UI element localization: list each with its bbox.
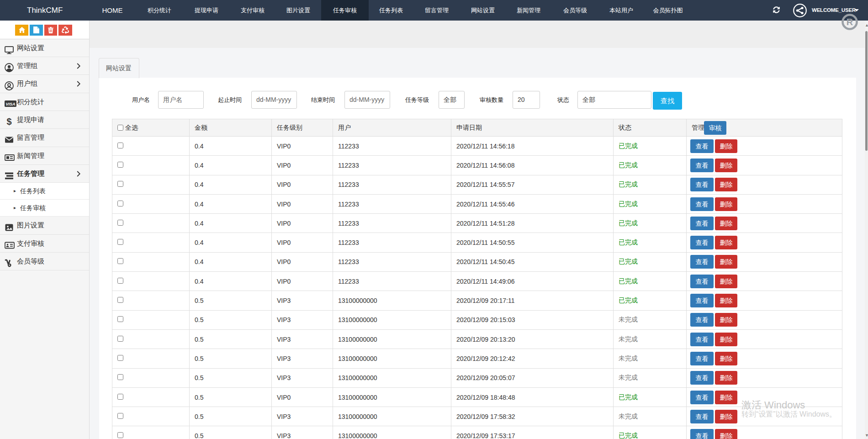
svg-text:$: $ bbox=[6, 117, 11, 126]
svg-text:VISA: VISA bbox=[5, 102, 15, 106]
svg-text:R: R bbox=[847, 17, 853, 27]
